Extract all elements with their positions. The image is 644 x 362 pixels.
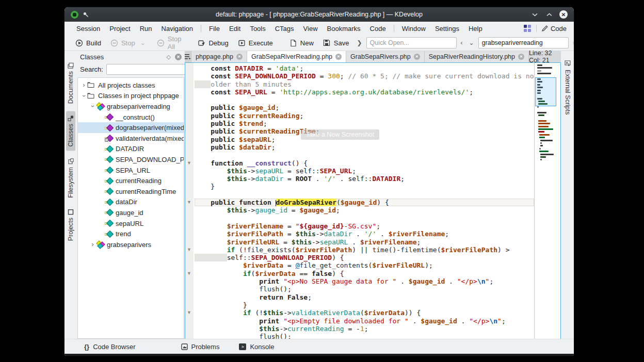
code-line[interactable]: public $currentReadingTime; xyxy=(195,127,534,135)
quick-open-input[interactable] xyxy=(366,37,457,48)
search-options-icon[interactable]: ⌄ xyxy=(467,39,476,46)
code-line[interactable]: public $dataDir; xyxy=(195,143,534,151)
menu-item-session[interactable]: Session xyxy=(72,24,105,34)
search-input[interactable] xyxy=(478,37,569,48)
tab-GrabSepaRiverReading.php[interactable]: GrabSepaRiverReading.php✕ xyxy=(247,51,346,62)
tree-item-datadir[interactable]: dataDir xyxy=(78,197,184,208)
close-tab-icon[interactable]: ✕ xyxy=(518,54,524,60)
expander-icon[interactable]: › xyxy=(89,241,96,248)
close-panel-icon[interactable]: ✕ xyxy=(175,54,182,60)
code-line[interactable]: public $gauge_id; xyxy=(195,104,534,111)
code-line[interactable]: if (!$this->validateRiverData($riverData… xyxy=(195,309,534,317)
code-line[interactable]: public $sepaURL; xyxy=(195,136,534,143)
code-area[interactable]: const DATADIR = 'data'; const SEPA_DOWNL… xyxy=(194,63,534,339)
menu-item-code[interactable]: Code xyxy=(365,24,391,34)
close-tab-icon[interactable]: ✕ xyxy=(236,54,243,60)
code-line[interactable]: public $trend; xyxy=(195,120,534,127)
minimap-scrollbar[interactable] xyxy=(534,63,557,339)
code-line[interactable]: print "<p>No SEPA gauge data for " . $ga… xyxy=(195,277,534,285)
document-list-icon[interactable] xyxy=(185,51,191,62)
menu-item-file[interactable]: File xyxy=(204,24,224,34)
code-line[interactable]: const DATADIR = 'data'; xyxy=(195,64,534,72)
code-line[interactable]: const SEPA_DOWNLOAD_PERIOD = 300; // 60 … xyxy=(195,72,534,80)
menu-item-ctags[interactable]: CTags xyxy=(270,24,299,34)
code-line[interactable]: $riverFileURL = $this->sepaURL . $riverF… xyxy=(195,238,534,246)
classes-search-input[interactable] xyxy=(106,64,191,75)
minimap-viewport[interactable] xyxy=(535,77,556,106)
code-line[interactable] xyxy=(195,151,534,159)
menu-item-view[interactable]: View xyxy=(299,24,323,34)
code-line[interactable]: if (!file_exists($riverFilePath) || time… xyxy=(195,246,534,254)
code-area-button[interactable]: Code xyxy=(542,25,567,32)
menu-item-window[interactable]: Window xyxy=(397,24,430,34)
execute-button[interactable]: Execute xyxy=(234,38,277,48)
bottom-tab-code-browser[interactable]: {} Code Browser xyxy=(81,341,139,352)
menu-item-settings[interactable]: Settings xyxy=(430,24,464,34)
code-line[interactable]: public function doGrabSepaRiver($gauge_i… xyxy=(195,199,534,206)
bottom-tab-konsole[interactable]: > Konsole xyxy=(236,341,277,352)
sidebar-tab-projects[interactable]: Projects xyxy=(66,205,75,245)
close-button[interactable]: ✕ xyxy=(559,10,568,19)
tree-item-currentreadingtime[interactable]: currentReadingTime xyxy=(78,186,184,197)
bottom-tab-problems[interactable]: Problems xyxy=(178,341,223,352)
code-line[interactable]: $this->gauge_id = $gauge_id; xyxy=(195,206,534,214)
stop-dropdown-icon[interactable]: ⌄ xyxy=(138,39,148,46)
menu-item-run[interactable]: Run xyxy=(135,24,157,34)
menu-item-edit[interactable]: Edit xyxy=(224,24,245,34)
tree-item-sepaurl[interactable]: sepaURL xyxy=(78,218,184,229)
code-line[interactable]: $riverFilename = "${gauge_id}-SG.csv"; xyxy=(195,222,534,230)
code-line[interactable] xyxy=(195,215,534,222)
tree-item-grabseparivers[interactable]: ›grabseparivers xyxy=(78,239,184,250)
menu-item-bookmarks[interactable]: Bookmarks xyxy=(323,24,365,34)
tree-item-validateriverdata-mixed[interactable]: validateriverdata(mixed) xyxy=(78,133,184,144)
code-line[interactable]: print "<p>Empty file downloaded for " . … xyxy=(195,317,534,325)
sidebar-tab-external-scripts[interactable]: External Scripts xyxy=(564,60,571,115)
toolbar-overflow-icon[interactable]: ❯ xyxy=(355,39,364,46)
expander-icon[interactable]: › xyxy=(89,103,96,110)
tree-item-dograbsepariver-mixed[interactable]: dograbsepariver(mixed) xyxy=(78,122,184,133)
code-line[interactable]: function __construct() { xyxy=(195,159,534,167)
search-next-icon[interactable]: › xyxy=(571,39,574,46)
tree-item-all-projects-classes[interactable]: ›All projects classes xyxy=(78,80,184,91)
expander-icon[interactable]: › xyxy=(81,92,88,99)
code-line[interactable]: $this->sepaURL = self::SEPA_URL; xyxy=(195,167,534,175)
new-button[interactable]: New xyxy=(286,38,317,48)
code-line[interactable]: $riverData = @file_get_contents($riverFi… xyxy=(195,261,534,269)
menu-item-project[interactable]: Project xyxy=(105,24,135,34)
menu-item-navigation[interactable]: Navigation xyxy=(157,24,198,34)
fold-arrow-icon[interactable]: ▼ xyxy=(187,248,191,252)
tree-item-trend[interactable]: trend xyxy=(78,228,184,239)
code-line[interactable]: } xyxy=(195,301,534,309)
fold-arrow-icon[interactable]: ▼ xyxy=(187,161,191,166)
tree-item-sepa-download-period[interactable]: SEPA_DOWNLOAD_PERIOD xyxy=(78,154,184,165)
code-line[interactable]: if($riverData == false) { xyxy=(195,270,534,277)
tree-item-grabsepariverreading[interactable]: ›grabsepariverreading xyxy=(78,101,184,112)
debug-button[interactable]: Debug xyxy=(194,38,232,48)
code-line[interactable] xyxy=(195,191,534,199)
expander-icon[interactable]: › xyxy=(81,81,87,89)
menu-item-help[interactable]: Help xyxy=(464,24,487,34)
fold-arrow-icon[interactable]: ▼ xyxy=(187,200,191,205)
code-line[interactable]: public $currentReading; xyxy=(195,112,534,120)
tab-GrabSepaRivers.php[interactable]: GrabSepaRivers.php✕ xyxy=(346,51,425,62)
code-line[interactable]: $riverFilePath = $this->dataDir . '/' . … xyxy=(195,230,534,238)
sidebar-tab-documents[interactable]: Documents xyxy=(66,58,75,108)
tree-item-construct[interactable]: __construct() xyxy=(78,112,184,123)
code-line[interactable]: const SEPA_URL = 'http://apps.sepa.org.u… xyxy=(195,88,534,96)
sidebar-tab-filesystem[interactable]: Filesystem xyxy=(66,154,75,202)
tree-item-currentreading[interactable]: currentReading xyxy=(78,175,184,186)
save-button[interactable]: Save xyxy=(319,38,353,48)
code-line[interactable]: self::SEPA_DOWNLOAD_PERIOD) { xyxy=(195,254,534,261)
code-line[interactable]: $this->dataDir = ROOT . '/' . self::DATA… xyxy=(195,175,534,183)
area-switcher-icon[interactable] xyxy=(524,25,531,32)
tree-item-datadir[interactable]: DATADIR xyxy=(78,144,184,155)
close-tab-icon[interactable]: ✕ xyxy=(335,54,342,60)
tree-item-sepa-url[interactable]: SEPA_URL xyxy=(78,165,184,176)
pin-icon[interactable] xyxy=(83,11,89,18)
tree-item-gauge-id[interactable]: gauge_id xyxy=(78,207,184,218)
menu-item-tools[interactable]: Tools xyxy=(245,24,270,34)
minimize-button[interactable] xyxy=(530,10,539,19)
close-tab-icon[interactable]: ✕ xyxy=(414,54,420,60)
sidebar-tab-classes[interactable]: Classes xyxy=(66,111,75,151)
stop-all-button[interactable]: Stop All xyxy=(153,34,185,52)
